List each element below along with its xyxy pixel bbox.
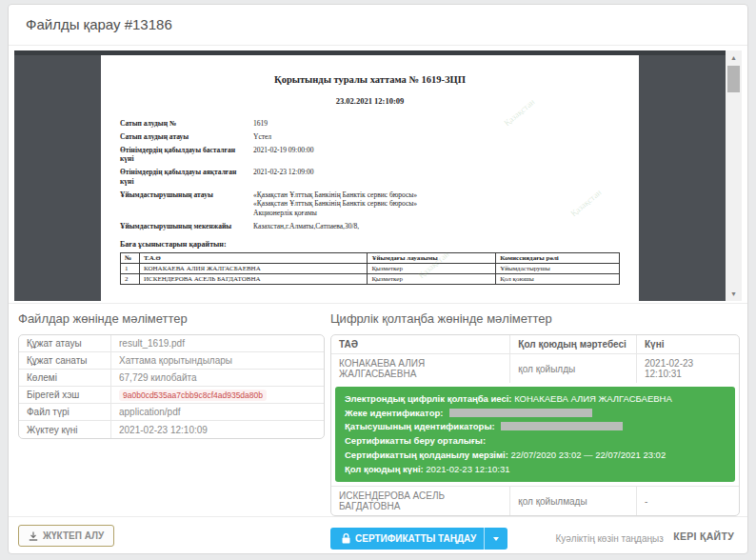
signature-table: ТАӘ Қол қоюдың мәртебесі Күні КОНАКАЕВА …: [330, 334, 740, 516]
select-certificate-button[interactable]: СЕРТИФИКАТТЫ ТАҢДАУ: [330, 528, 507, 550]
cert-label: Қатысушының идентификаторы:: [345, 421, 495, 431]
back-button[interactable]: КЕРІ ҚАЙТУ: [673, 530, 734, 542]
signer-name: ИСКЕНДЕРОВА АСЕЛЬ БАГДАТОВНА: [331, 486, 510, 515]
signature-info-section: Цифрлік қолтаңба жөнінде мәліметтер ТАӘ …: [330, 311, 740, 550]
row-value: application/pdf: [111, 404, 324, 421]
document-fields: Сатып алудың № 1619 Сатып алудың атауы Ү…: [120, 119, 639, 231]
field-value: Казахстан,г.Алматы,Сатпаева,30/8,: [253, 222, 420, 231]
row-label: Бірегей хэш: [19, 387, 111, 404]
file-info-section: Файлдар жөнінде мәліметтер Құжат атауы r…: [18, 311, 325, 439]
row-label: Файл түрі: [19, 404, 111, 421]
cert-label: Қол қоюдың күні:: [345, 464, 424, 474]
cert-line: Сертификаттың қолданылу мерзімі: 22/07/2…: [345, 449, 726, 463]
table-row: 2 ИСКЕНДЕРОВА АСЕЛЬ БАГДАТОВНА Қызметкер…: [121, 273, 620, 284]
table-header-row: ТАӘ Қол қоюдың мәртебесі Күні: [331, 335, 739, 354]
table-header-row: № Т.А.Ә Ұйымдағы лауазымы Комиссиядағы р…: [121, 252, 620, 263]
scroll-down-icon[interactable]: ▼: [726, 287, 742, 301]
signature-info-heading: Цифрлік қолтаңба жөнінде мәліметтер: [330, 311, 740, 326]
download-button-label: ЖҮКТЕП АЛУ: [43, 530, 104, 541]
select-certificate-button-main[interactable]: СЕРТИФИКАТТЫ ТАҢДАУ: [330, 528, 484, 550]
column-header: №: [121, 252, 140, 263]
cert-label: Сертификаттың қолданылу мерзімі:: [345, 450, 508, 460]
row-value: 2021-02-23 12:10:09: [111, 421, 324, 438]
file-hash: 9a0b0cd535aa7cbb9c8cf4ad935da80b: [119, 390, 267, 401]
field-value: 2021-02-23 12:09:00: [253, 168, 420, 187]
scroll-up-icon[interactable]: ▲: [726, 50, 742, 65]
lock-icon: [342, 533, 350, 544]
field-value: 2021-02-19 09:00:00: [253, 146, 420, 165]
cell-num: 2: [121, 273, 140, 284]
field-value: «Қазақстан Ұлттық Банкінің Банктік серви…: [253, 190, 420, 218]
certificate-details-row: Электрондық цифрлік қолтаңба иесі: КОНАК…: [331, 383, 739, 486]
document-datetime: 23.02.2021 12:10:09: [101, 96, 639, 106]
column-header: Комиссиядағы рөлі: [496, 252, 620, 263]
section-divider: [9, 303, 747, 304]
document-field: Өтінімдердің қабылдауы басталған күні 20…: [120, 146, 639, 165]
commission-table: № Т.А.Ә Ұйымдағы лауазымы Комиссиядағы р…: [120, 252, 620, 285]
column-header: Қол қоюдың мәртебесі: [510, 335, 637, 354]
cert-value: КОНАКАЕВА АЛИЯ ЖАЛГАСБАЕВНА: [514, 393, 672, 404]
redacted-value: [449, 409, 592, 417]
field-label: Өтінімдердің қабылдауы басталған күні: [120, 146, 253, 165]
select-certificate-dropdown[interactable]: [484, 528, 507, 550]
table-row: ИСКЕНДЕРОВА АСЕЛЬ БАГДАТОВНА қол қойылма…: [331, 486, 739, 515]
cert-line: Сертификатты беру орталығы:: [345, 434, 726, 449]
commission-table-heading: Баға ұсыныстарын қарайтын:: [120, 240, 639, 249]
document-field: Өтінімдердің қабылдауы аяқталған күні 20…: [120, 168, 639, 187]
row-label: Құжат санаты: [19, 352, 111, 370]
column-header: Ұйымдағы лауазымы: [368, 252, 496, 263]
cert-label: Электрондық цифрлік қолтаңба иесі:: [345, 393, 512, 404]
table-row: Жүктеу күні 2021-02-23 12:10:09: [19, 421, 324, 438]
header-divider: [9, 45, 747, 46]
cell-position: Қызметкер: [368, 263, 496, 273]
document-field: Сатып алудың атауы Үстел: [120, 132, 639, 142]
cell-name: КОНАКАЕВА АЛИЯ ЖАЛГАСБАЕВНА: [139, 263, 367, 273]
table-row: КОНАКАЕВА АЛИЯ ЖАЛГАСБАЕВНА қол қойылды …: [331, 354, 739, 383]
table-row: Файл түрі application/pdf: [19, 404, 324, 421]
field-label: Сатып алудың №: [120, 119, 253, 129]
cert-value: 22/07/2020 23:02 — 22/07/2021 23:02: [510, 450, 666, 460]
column-header: ТАӘ: [331, 335, 510, 354]
column-header: Күні: [637, 335, 739, 354]
signer-name: КОНАКАЕВА АЛИЯ ЖАЛГАСБАЕВНА: [331, 354, 510, 383]
cert-line: Қол қоюдың күні: 2021-02-23 12:10:31: [345, 463, 726, 477]
pdf-viewer: Қазақстан Қазақстан Қазақстан Қорытынды …: [14, 50, 742, 301]
row-value: 67,729 килобайта: [111, 370, 324, 387]
signer-status: қол қойылмады: [510, 486, 637, 515]
table-row: Көлемі 67,729 килобайта: [19, 370, 324, 387]
file-view-card: Файлды қарау #13186 Қазақстан Қазақстан …: [8, 4, 748, 554]
row-value: result_1619.pdf: [111, 335, 324, 352]
download-button[interactable]: ЖҮКТЕП АЛУ: [18, 525, 114, 547]
column-header: Т.А.Ә: [139, 252, 367, 263]
document-field: Ұйымдастырушының атауы «Қазақстан Ұлттық…: [120, 190, 639, 218]
cert-line: Электрондық цифрлік қолтаңба иесі: КОНАК…: [345, 392, 726, 407]
cell-position: Қызметкер: [368, 273, 496, 284]
row-label: Көлемі: [19, 370, 111, 387]
cell-role: Ұйымдастырушы: [496, 263, 620, 273]
document-field: Сатып алудың № 1619: [120, 119, 639, 129]
certificate-details-box: Электрондық цифрлік қолтаңба иесі: КОНАК…: [335, 387, 735, 482]
table-row: Құжат санаты Хаттама қорытындылары: [19, 352, 324, 370]
cert-line: Қатысушының идентификаторы:: [345, 420, 726, 434]
document-title: Қорытынды туралы хаттама № 1619-ЗЦП: [101, 74, 639, 85]
row-label: Жүктеу күні: [19, 421, 111, 438]
download-icon: [29, 531, 38, 541]
field-label: Ұйымдастырушының атауы: [120, 190, 253, 218]
pdf-scrollbar[interactable]: ▲ ▼: [726, 50, 742, 301]
cert-label: Сертификатты беру орталығы:: [345, 435, 486, 446]
cert-line: Жеке идентификатор:: [345, 407, 726, 421]
table-row: Бірегей хэш 9a0b0cd535aa7cbb9c8cf4ad935d…: [19, 387, 324, 404]
scrollbar-thumb[interactable]: [727, 66, 740, 92]
signer-status: қол қойылды: [510, 354, 637, 383]
file-info-table: Құжат атауы result_1619.pdf Құжат санаты…: [18, 334, 325, 439]
certificate-hint: Куәліктің көзін таңдаңыз: [555, 533, 691, 544]
redacted-value: [501, 422, 623, 430]
pdf-page: Қазақстан Қазақстан Қазақстан Қорытынды …: [101, 55, 639, 301]
cell-name: ИСКЕНДЕРОВА АСЕЛЬ БАГДАТОВНА: [139, 273, 367, 284]
cert-label: Жеке идентификатор:: [345, 408, 443, 418]
signer-date: -: [637, 486, 739, 515]
row-label: Құжат атауы: [19, 335, 111, 352]
cell-role: Қол қоюшы: [496, 273, 620, 284]
cell-num: 1: [121, 263, 140, 273]
table-row: 1 КОНАКАЕВА АЛИЯ ЖАЛГАСБАЕВНА Қызметкер …: [121, 263, 620, 273]
